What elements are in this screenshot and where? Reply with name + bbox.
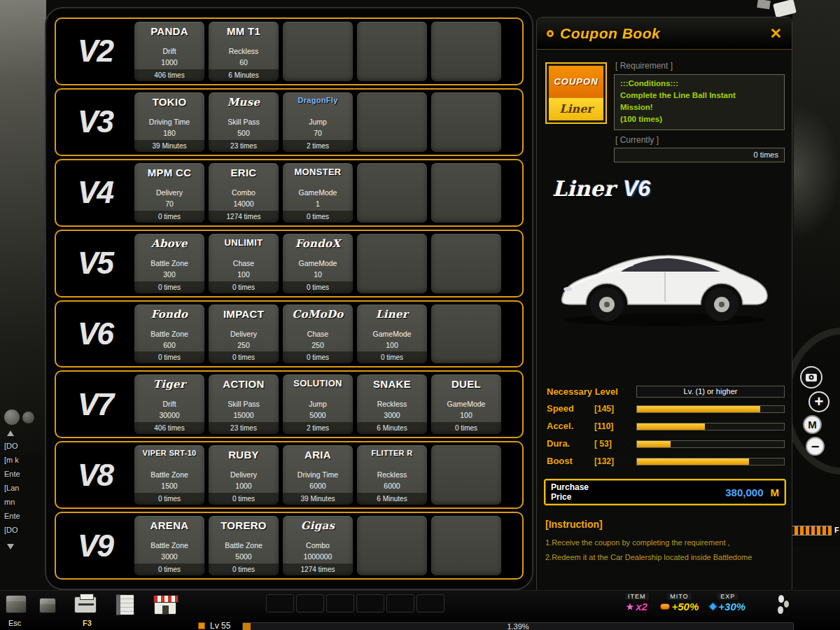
- coupon-count: 1274 times: [209, 211, 279, 223]
- car-name: LinerV6: [552, 176, 650, 202]
- quickbar-slot[interactable]: [356, 594, 384, 612]
- coupon-cell-aria[interactable]: ARIADriving Time600039 Minutes: [283, 445, 353, 505]
- coupon-cell-duel[interactable]: DUELGameMode1000 times: [431, 374, 501, 434]
- coupon-mode: Jump: [283, 400, 353, 408]
- stat-row-boost: Boost[132]: [537, 455, 792, 472]
- zoom-out-button[interactable]: −: [806, 437, 825, 456]
- garage-button[interactable]: [74, 596, 97, 613]
- chat-panel: [DO[m kEnte[LanmnEnte[DO: [4, 410, 71, 570]
- map-button[interactable]: M: [803, 415, 822, 434]
- coupon-cell-tiger[interactable]: TigerDrift30000406 times: [134, 374, 204, 434]
- coupon-cell-liner[interactable]: LinerGameMode1000 times: [357, 304, 427, 364]
- xp-percent: 1.39%: [243, 623, 793, 630]
- coupon-cell-ruby[interactable]: RUBYDelivery10000 times: [209, 445, 279, 505]
- coupon-grid-panel: V2PANDADrift1000406 timesMM T1Reckless60…: [45, 7, 533, 590]
- coupon-cell-eric[interactable]: ERICCombo140001274 times: [209, 163, 279, 223]
- quickbar-slot[interactable]: [266, 594, 294, 612]
- coupon-value: 100: [357, 341, 427, 349]
- coupon-value: 14000: [209, 200, 279, 208]
- coupon-cell-impact[interactable]: IMPACTDelivery2500 times: [209, 304, 279, 364]
- coupon-cell-mpm-cc[interactable]: MPM CCDelivery700 times: [134, 163, 204, 223]
- stat-bar: [636, 458, 785, 465]
- coupon-icon-word: COUPON: [549, 66, 603, 98]
- background-rock-highlight: [794, 105, 840, 238]
- chat-line: [m k: [4, 453, 20, 467]
- quickbar-slot[interactable]: [386, 594, 414, 612]
- coupon-count: 1274 times: [283, 564, 353, 575]
- coupon-mode: Delivery: [209, 330, 279, 338]
- cell-group: TOKIODriving Time18039 MinutesMuseSkill …: [134, 92, 519, 152]
- coupon-count: 0 times: [209, 281, 279, 293]
- menu-cube-button[interactable]: [6, 595, 27, 613]
- camera-button[interactable]: [800, 366, 822, 388]
- zoom-in-button[interactable]: +: [808, 391, 830, 412]
- coupon-value: 100: [209, 270, 279, 279]
- coupon-count: 2 times: [283, 140, 353, 152]
- requirement-label: [ Requirement ]: [615, 61, 673, 71]
- coupon-value: 5000: [209, 552, 279, 561]
- coupon-cell-dragonfly[interactable]: DragonFlyJump702 times: [283, 92, 353, 152]
- coupon-cell-viper-srt-10[interactable]: VIPER SRT-10Battle Zone15000 times: [134, 445, 204, 505]
- coupon-value: 60: [209, 58, 279, 66]
- chat-control-icon[interactable]: [4, 410, 20, 425]
- coupon-name: Tiger: [134, 378, 204, 391]
- star-icon: ★: [626, 602, 634, 612]
- instruction-lines: 1.Receive the coupon by completing the r…: [545, 536, 786, 565]
- coupon-cell-above[interactable]: AboveBattle Zone3000 times: [134, 234, 204, 293]
- coupon-cell-comodo[interactable]: CoMoDoChase2500 times: [283, 304, 353, 364]
- scroll-up-icon[interactable]: [7, 430, 14, 436]
- condition-line: :::Conditions:::: [620, 78, 778, 90]
- coupon-value: 1000000: [283, 552, 353, 561]
- coupon-cell-tokio[interactable]: TOKIODriving Time18039 Minutes: [134, 92, 204, 152]
- coupon-name: Gigas: [283, 519, 353, 532]
- stat-bar-fill: [637, 441, 671, 447]
- coupon-cell-fondox[interactable]: FondoXGameMode100 times: [283, 234, 353, 293]
- coupon-name: Muse: [209, 96, 279, 108]
- coupon-mode: Skill Pass: [209, 118, 279, 126]
- cell-group: VIPER SRT-10Battle Zone15000 timesRUBYDe…: [134, 445, 519, 505]
- coupon-item-icon[interactable]: COUPON Liner: [545, 62, 607, 124]
- app-root: F V2PANDADrift1000406 timesMM T1Reckless…: [0, 0, 840, 630]
- coupon-cell-gigas[interactable]: GigasCombo10000001274 times: [283, 516, 353, 575]
- coupon-cell-solution[interactable]: SOLUTIONJump50002 times: [283, 374, 353, 434]
- notebook-button[interactable]: [116, 594, 134, 615]
- coupon-cell-muse[interactable]: MuseSkill Pass50023 times: [209, 92, 279, 152]
- coupon-cell-snake[interactable]: SNAKEReckless30006 Minutes: [357, 374, 427, 434]
- coupon-cell-action[interactable]: ACTIONSkill Pass1500023 times: [209, 374, 279, 434]
- coupon-value: 250: [209, 341, 279, 349]
- scroll-down-icon[interactable]: [7, 544, 14, 550]
- coupon-cell-mm-t1[interactable]: MM T1Reckless606 Minutes: [209, 22, 279, 81]
- coupon-cell-fondo[interactable]: FondoBattle Zone6000 times: [134, 304, 204, 364]
- quickbar-slot[interactable]: [326, 594, 354, 612]
- coupon-cell-arena[interactable]: ARENABattle Zone30000 times: [134, 516, 204, 575]
- shop-button[interactable]: [154, 595, 176, 615]
- coupon-cell-flitter-r[interactable]: FLITTER RReckless60006 Minutes: [357, 445, 427, 505]
- item-label: ITEM: [625, 593, 649, 600]
- quickbar-slot[interactable]: [416, 594, 444, 612]
- coupon-mode: Drift: [134, 400, 204, 408]
- fuel-drops-icon: [777, 595, 791, 616]
- coupon-cell-torero[interactable]: TOREROBattle Zone50000 times: [209, 516, 279, 575]
- coupon-mode: Combo: [283, 541, 353, 550]
- close-button[interactable]: ✕: [769, 26, 782, 41]
- coupon-cell-panda[interactable]: PANDADrift1000406 times: [134, 22, 204, 81]
- coupon-name: MPM CC: [134, 167, 204, 178]
- coupon-mode: Battle Zone: [134, 330, 204, 338]
- currency-label: M: [771, 486, 780, 498]
- coupon-count: 0 times: [134, 211, 204, 223]
- necessary-level-value: Lv. (1) or higher: [636, 386, 785, 398]
- coupon-cell-monster[interactable]: MONSTERGameMode10 times: [283, 163, 353, 223]
- coupon-mode: GameMode: [283, 259, 353, 267]
- coupon-mode: GameMode: [431, 400, 501, 408]
- quickbar-slot[interactable]: [296, 594, 324, 612]
- crate-button[interactable]: [39, 598, 56, 613]
- coupon-mode: Skill Pass: [209, 400, 279, 408]
- coupon-cell-unlimit[interactable]: UNLIMITChase1000 times: [209, 234, 279, 293]
- cell-group: TigerDrift30000406 timesACTIONSkill Pass…: [134, 374, 519, 434]
- coupon-mode: GameMode: [283, 188, 353, 197]
- version-label-v3: V3: [59, 104, 131, 139]
- coupon-count: 6 Minutes: [209, 69, 279, 81]
- coupon-count: 0 times: [357, 351, 427, 363]
- chat-line: mn: [4, 495, 20, 509]
- chat-control-icon-small[interactable]: [22, 412, 34, 424]
